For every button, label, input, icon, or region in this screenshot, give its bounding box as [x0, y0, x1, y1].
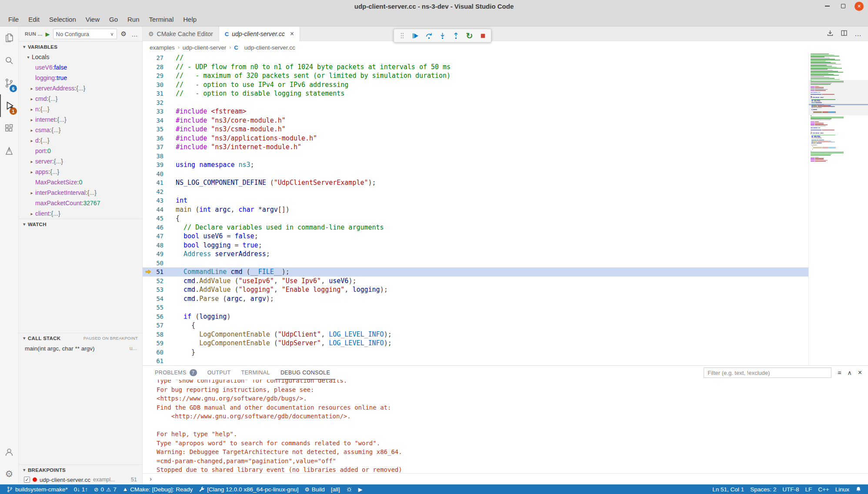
- status-language-mode[interactable]: C++: [815, 484, 832, 494]
- breadcrumb-item[interactable]: udp-client-server: [183, 44, 227, 51]
- glyph-margin[interactable]: [143, 330, 154, 339]
- variable-apps[interactable]: ▸apps: {...}: [19, 167, 142, 177]
- debug-config-dropdown[interactable]: No Configura ∨: [53, 29, 117, 39]
- call-stack-frame[interactable]: main(int argc, char ** argv) u...: [19, 343, 142, 354]
- code-line[interactable]: 39using namespace ns3;: [143, 160, 808, 170]
- variable-interPacketInterval[interactable]: ▸interPacketInterval: {...}: [19, 187, 142, 198]
- status-cmake-launch[interactable]: ▶: [355, 484, 366, 494]
- glyph-margin[interactable]: [143, 259, 154, 268]
- glyph-margin[interactable]: [143, 53, 154, 63]
- glyph-margin[interactable]: [143, 152, 154, 161]
- glyph-margin[interactable]: [143, 98, 154, 107]
- variable-maxPacketCount[interactable]: maxPacketCount: 32767: [19, 198, 142, 208]
- code-line[interactable]: 40: [143, 170, 808, 179]
- close-tab-icon[interactable]: ×: [290, 30, 294, 38]
- panel-tab-output[interactable]: OUTPUT: [202, 366, 236, 380]
- start-debugging-icon[interactable]: ▶: [46, 31, 50, 37]
- panel-tab-terminal[interactable]: TERMINAL: [236, 366, 275, 380]
- variable-server[interactable]: ▸server: {...}: [19, 156, 142, 167]
- console-input[interactable]: ›: [143, 473, 868, 484]
- code-line[interactable]: 49 Address serverAddress;: [143, 250, 808, 259]
- glyph-margin[interactable]: [143, 196, 154, 205]
- minimize-button[interactable]: [822, 1, 832, 11]
- variable-csma[interactable]: ▸csma: {...}: [19, 125, 142, 135]
- menu-file[interactable]: File: [3, 12, 23, 26]
- toolbar-drag-handle[interactable]: [396, 30, 408, 42]
- status-os[interactable]: Linux: [832, 484, 852, 494]
- glyph-margin[interactable]: [143, 277, 154, 286]
- status-indentation[interactable]: Spaces: 2: [747, 484, 779, 494]
- tab-cmake-cache-editor[interactable]: ⚙CMake Cache Editor: [143, 27, 219, 41]
- glyph-margin[interactable]: [143, 89, 154, 98]
- status-build-target[interactable]: [all]: [328, 484, 343, 494]
- activity-extensions[interactable]: [0, 117, 18, 140]
- status-cmake-kit[interactable]: [Clang 12.0.0 x86_64-pc-linux-gnu]: [196, 484, 301, 494]
- download-icon[interactable]: [827, 30, 834, 38]
- panel-tab-problems[interactable]: PROBLEMS7: [150, 366, 202, 380]
- glyph-margin[interactable]: [143, 134, 154, 143]
- variable-client[interactable]: ▸client: {...}: [19, 208, 142, 219]
- glyph-margin[interactable]: [143, 312, 154, 321]
- activity-explorer[interactable]: [0, 27, 18, 49]
- glyph-margin[interactable]: [143, 339, 154, 348]
- minimap[interactable]: [808, 53, 868, 365]
- code-line[interactable]: 46 // Declare variables used in command-…: [143, 223, 808, 232]
- glyph-margin[interactable]: [143, 170, 154, 179]
- code-line[interactable]: 45{: [143, 214, 808, 223]
- step-out-button[interactable]: [450, 30, 462, 42]
- variable-n[interactable]: ▸n: {...}: [19, 104, 142, 114]
- step-into-button[interactable]: [436, 30, 449, 42]
- stop-button[interactable]: [477, 30, 489, 42]
- console-actions-icon[interactable]: ≡: [838, 369, 841, 376]
- glyph-margin[interactable]: [143, 116, 154, 125]
- code-line[interactable]: 41NS_LOG_COMPONENT_DEFINE ("UdpClientSer…: [143, 178, 808, 187]
- glyph-margin[interactable]: [143, 63, 154, 72]
- activity-search[interactable]: [0, 49, 18, 72]
- glyph-margin[interactable]: [143, 348, 154, 357]
- code-line[interactable]: 44main (int argc, char *argv[]): [143, 205, 808, 214]
- code-line[interactable]: 60 }: [143, 348, 808, 357]
- glyph-margin[interactable]: [143, 80, 154, 90]
- status-git-branch[interactable]: buildsystem-cmake*: [3, 484, 71, 494]
- variable-useV6[interactable]: useV6: false: [19, 62, 142, 73]
- glyph-margin[interactable]: [143, 303, 154, 312]
- code-line[interactable]: 28// - UDP flow from n0 to n1 of 1024 by…: [143, 63, 808, 72]
- glyph-margin[interactable]: [143, 125, 154, 134]
- code-line[interactable]: 36#include "ns3/applications-module.h": [143, 134, 808, 143]
- tab-udp-client-server-cc[interactable]: Cudp-client-server.cc×: [219, 27, 300, 41]
- code-line[interactable]: 48 bool logging = true;: [143, 241, 808, 250]
- code-line[interactable]: 57 {: [143, 321, 808, 330]
- call-stack-section-header[interactable]: ▾ CALL STACK PAUSED ON BREAKPOINT: [19, 333, 142, 343]
- code-line[interactable]: 56 if (logging): [143, 312, 808, 321]
- status-cmake-status[interactable]: ▲CMake: [Debug]: Ready: [120, 484, 196, 494]
- code-line[interactable]: 33#include <fstream>: [143, 107, 808, 116]
- glyph-margin[interactable]: [143, 250, 154, 259]
- glyph-margin[interactable]: [143, 357, 154, 365]
- code-line[interactable]: 35#include "ns3/csma-module.h": [143, 125, 808, 134]
- glyph-margin[interactable]: [143, 285, 154, 294]
- code-line[interactable]: 42: [143, 187, 808, 197]
- status-notifications[interactable]: [852, 484, 865, 494]
- menu-view[interactable]: View: [81, 12, 104, 26]
- code-line[interactable]: 43int: [143, 196, 808, 205]
- breakpoints-section-header[interactable]: ▾ BREAKPOINTS: [19, 464, 142, 475]
- code-line[interactable]: 58 LogComponentEnable ("UdpClient", LOG_…: [143, 330, 808, 339]
- watch-section-header[interactable]: ▾ WATCH: [19, 219, 142, 229]
- scope-locals[interactable]: ▾Locals: [19, 52, 142, 62]
- restore-button[interactable]: [838, 1, 848, 11]
- menu-terminal[interactable]: Terminal: [144, 12, 179, 26]
- console-filter-input[interactable]: [704, 367, 831, 378]
- glyph-margin[interactable]: [143, 160, 154, 170]
- code-line[interactable]: 30// - option to use IPv4 or IPv6 addres…: [143, 80, 808, 90]
- status-git-sync[interactable]: 0↓ 1↑: [71, 484, 91, 494]
- code-line[interactable]: 54 cmd.Parse (argc, argv);: [143, 294, 808, 304]
- code-line[interactable]: 32: [143, 98, 808, 107]
- glyph-margin[interactable]: [143, 232, 154, 241]
- activity-accounts[interactable]: [0, 441, 18, 464]
- code-line[interactable]: 37#include "ns3/internet-module.h": [143, 143, 808, 152]
- breadcrumb-item[interactable]: examples: [150, 44, 175, 51]
- glyph-margin[interactable]: [143, 241, 154, 250]
- breakpoint-checkbox[interactable]: ✓: [24, 477, 30, 483]
- status-cmake-build[interactable]: ⚙Build: [301, 484, 327, 494]
- variable-port[interactable]: port: 0: [19, 146, 142, 156]
